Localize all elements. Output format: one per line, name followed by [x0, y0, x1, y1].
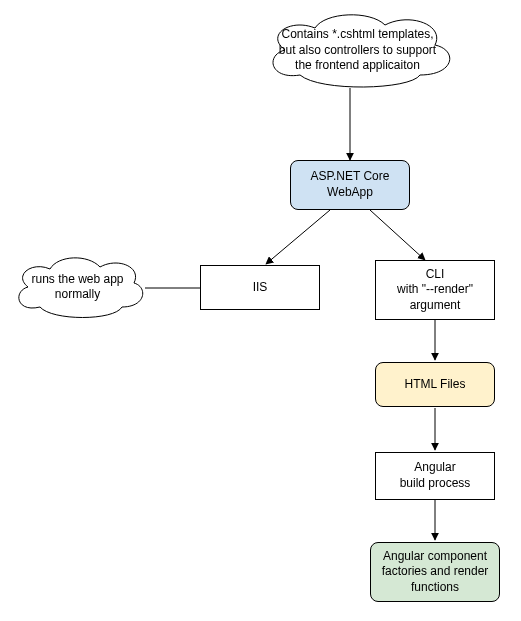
cloud-left: runs the web app normally	[10, 255, 145, 320]
box-aspnet-core-webapp: ASP.NET Core WebApp	[290, 160, 410, 210]
svg-line-2	[370, 210, 425, 260]
box-html-files-label: HTML Files	[405, 377, 466, 393]
box-angular-build-label: Angular build process	[400, 460, 471, 491]
box-aspnet-label: ASP.NET Core WebApp	[295, 169, 405, 200]
box-cli-label: CLI with "--render" argument	[380, 267, 490, 314]
box-html-files: HTML Files	[375, 362, 495, 407]
box-cli-render: CLI with "--render" argument	[375, 260, 495, 320]
cloud-top: Contains *.cshtml templates, but also co…	[260, 10, 455, 90]
cloud-left-label: runs the web app normally	[10, 272, 145, 303]
box-angular-components-label: Angular component factories and render f…	[375, 549, 495, 596]
svg-line-1	[266, 210, 330, 264]
box-iis: IIS	[200, 265, 320, 310]
box-angular-components: Angular component factories and render f…	[370, 542, 500, 602]
box-angular-build: Angular build process	[375, 452, 495, 500]
cloud-top-label: Contains *.cshtml templates, but also co…	[260, 27, 455, 74]
box-iis-label: IIS	[253, 280, 268, 296]
